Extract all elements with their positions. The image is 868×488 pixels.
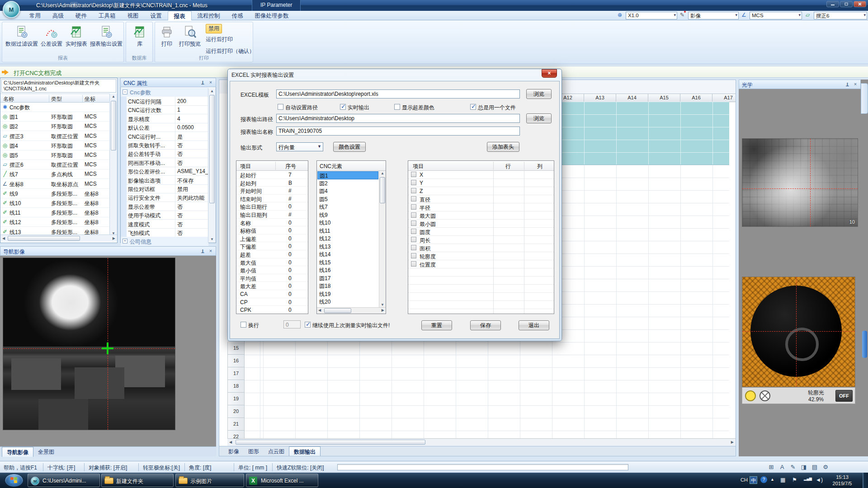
format-items-list[interactable]: 项目 序号 起始行7起始列B开始时间#结束时间#输出日期行0输出日期列#名称0标… bbox=[236, 160, 308, 314]
cnc-element-圆17[interactable]: 圆17 bbox=[317, 274, 378, 282]
ribbon-button-库[interactable]: 库 bbox=[130, 24, 150, 48]
property-group-cnc[interactable]: −Cnc参数 bbox=[121, 88, 208, 97]
file-table-vscrollbar[interactable]: ▲ ▼ bbox=[109, 94, 117, 237]
output-items-list[interactable]: 项目 行 列 XYZ直径半径最大圆最小圆圆度周长面积轮廓度位置度 bbox=[408, 160, 554, 314]
file-row-线9[interactable]: ✐线9多段矩形...坐标8 bbox=[0, 189, 110, 198]
taskbar-button-Microsoft Excel ...[interactable]: XMicrosoft Excel ... bbox=[246, 474, 318, 487]
dock-tab-全景图[interactable]: 全景图 bbox=[33, 447, 59, 457]
property-row-CNC运行时...[interactable]: CNC运行时...是 bbox=[121, 132, 208, 141]
cnc-list-hscrollbar[interactable]: ◀ ▶ bbox=[317, 307, 386, 314]
property-row-同画面不移动...[interactable]: 同画面不移动...否 bbox=[121, 158, 208, 167]
format-row-结束时间[interactable]: 结束时间# bbox=[236, 195, 308, 203]
output-item-周长[interactable]: 周长 bbox=[408, 236, 554, 244]
ribbon-menu-运行后打印[interactable]: 运行后打印 bbox=[206, 36, 233, 43]
cnc-element-圆18[interactable]: 圆18 bbox=[317, 282, 378, 290]
column-header-A16[interactable]: A16 bbox=[680, 94, 712, 102]
file-row-坐标8[interactable]: ∠坐标8取坐标原点MCS bbox=[0, 179, 110, 189]
output-item-checkbox[interactable] bbox=[411, 229, 416, 234]
property-row-限位对话框[interactable]: 限位对话框禁用 bbox=[121, 184, 208, 193]
pen-icon[interactable]: ✎ bbox=[788, 463, 797, 471]
reset-button[interactable]: 重置 bbox=[421, 320, 452, 330]
output-item-轮廓度[interactable]: 轮廓度 bbox=[408, 252, 554, 260]
format-row-标称值[interactable]: 标称值0 bbox=[236, 226, 308, 235]
column-header-A15[interactable]: A15 bbox=[648, 94, 680, 102]
cnc-element-线10[interactable]: 线10 bbox=[317, 219, 378, 227]
segment-light-icon[interactable] bbox=[760, 390, 770, 401]
close-panel-icon[interactable]: × bbox=[208, 80, 214, 86]
property-row-使用手动模式[interactable]: 使用手动模式否 bbox=[121, 211, 208, 220]
format-row-最小值[interactable]: 最小值0 bbox=[236, 266, 308, 274]
file-row-摆正3[interactable]: ▱摆正3取摆正位置MCS bbox=[0, 131, 110, 141]
taskbar-button-示例图片[interactable]: 示例图片 bbox=[175, 474, 244, 487]
checkbox-总是用一个文件[interactable] bbox=[470, 104, 476, 110]
list-icon[interactable]: ▤ bbox=[810, 463, 819, 471]
gear-icon[interactable]: ⚙ bbox=[821, 463, 830, 471]
tray-icon-2[interactable]: ▂▄▆ bbox=[804, 477, 812, 481]
color-settings-button[interactable]: 颜色设置 bbox=[333, 142, 366, 152]
file-table-hscrollbar[interactable]: ◀ ▶ bbox=[0, 235, 117, 242]
cnc-elements-list[interactable]: CNC元素 圆1圆2圆4圆5线7线9线10线11线12线13线14线15线16圆… bbox=[316, 160, 386, 314]
sheet-tab-数据输出[interactable]: 数据输出 bbox=[289, 446, 321, 456]
property-row-超公差转手动[interactable]: 超公差转手动否 bbox=[121, 149, 208, 158]
grid-icon[interactable]: ⊞ bbox=[767, 463, 776, 471]
taskbar-clock[interactable]: 15:132019/7/5 bbox=[826, 474, 858, 487]
save-button[interactable]: 保存 bbox=[470, 320, 501, 330]
property-row-CNC运行间隔[interactable]: CNC运行间隔200 bbox=[121, 97, 208, 106]
row-header-17[interactable]: 17 bbox=[227, 367, 245, 380]
ribbon-button-数据过滤设置[interactable]: 数据过滤设置 bbox=[4, 24, 39, 48]
template-browse-button[interactable]: 浏览 bbox=[526, 89, 552, 99]
app-logo-icon[interactable]: M bbox=[3, 1, 20, 18]
close-panel-icon[interactable]: × bbox=[852, 81, 859, 88]
menu-tab-设置[interactable]: 设置 bbox=[145, 11, 168, 20]
ribbon-button-实时报表[interactable]: 实时报表 bbox=[64, 24, 89, 48]
output-item-checkbox[interactable] bbox=[411, 253, 416, 258]
cnc-element-圆5[interactable]: 圆5 bbox=[317, 195, 378, 203]
zoom-scale-combo[interactable]: X1.0▾ bbox=[626, 12, 677, 19]
property-row-飞拍模式[interactable]: 飞拍模式否 bbox=[121, 228, 208, 237]
property-row-形位公差评价...[interactable]: 形位公差评价...ASME_Y14_5 bbox=[121, 167, 208, 176]
property-row-抓取失败转手...[interactable]: 抓取失败转手...否 bbox=[121, 141, 208, 150]
start-button[interactable] bbox=[5, 474, 24, 487]
output-item-直径[interactable]: 直径 bbox=[408, 195, 554, 203]
minimize-button[interactable] bbox=[826, 1, 839, 7]
file-table-header[interactable]: 名称 类型 坐标 bbox=[0, 94, 110, 103]
dock-tab-导航影像[interactable]: 导航影像 bbox=[2, 447, 33, 457]
output-path-browse-button[interactable]: 浏览 bbox=[526, 113, 552, 123]
property-row-显示精度[interactable]: 显示精度4 bbox=[121, 114, 208, 123]
format-row-平均值[interactable]: 平均值0 bbox=[236, 274, 308, 282]
output-format-select[interactable]: 行向量▼ bbox=[276, 142, 323, 151]
file-row-线12[interactable]: ✐线12多段矩形...坐标8 bbox=[0, 217, 110, 227]
ime-mode-icon[interactable]: 中 bbox=[750, 476, 757, 484]
column-header-A14[interactable]: A14 bbox=[616, 94, 648, 102]
format-row-名称[interactable]: 名称0 bbox=[236, 219, 308, 227]
close-panel-icon[interactable]: × bbox=[208, 248, 214, 254]
file-row-线7[interactable]: ╱线7多点构线MCS bbox=[0, 169, 110, 179]
ribbon-menu-运行后打印（确认）[interactable]: 运行后打印（确认） bbox=[206, 47, 255, 55]
dialog-close-button[interactable]: × bbox=[542, 69, 557, 78]
file-row-摆正6[interactable]: ▱摆正6取摆正位置MCS bbox=[0, 160, 110, 169]
menu-tab-流程控制[interactable]: 流程控制 bbox=[192, 11, 226, 20]
alignment-combo[interactable]: 摆正6▾ bbox=[814, 12, 867, 19]
file-row-圆2[interactable]: ◎圆2环形取圆MCS bbox=[0, 122, 110, 131]
property-group-company[interactable]: +公司信息 bbox=[121, 237, 208, 246]
wrap-count-input[interactable]: 0 bbox=[283, 320, 301, 328]
output-item-Y[interactable]: Y bbox=[408, 179, 554, 187]
row-header-21[interactable]: 21 bbox=[227, 418, 245, 431]
file-row-Cnc参数[interactable]: ✱Cnc参数 bbox=[0, 103, 110, 112]
output-item-checkbox[interactable] bbox=[411, 221, 416, 226]
file-row-圆1[interactable]: ◎圆1环形取圆MCS bbox=[0, 112, 110, 122]
format-row-输出日期行[interactable]: 输出日期行0 bbox=[236, 202, 308, 211]
spreadsheet-hscrollbar[interactable]: ◀ ▶ bbox=[227, 438, 736, 446]
camera-live-view[interactable] bbox=[742, 277, 855, 387]
output-item-最大圆[interactable]: 最大圆 bbox=[408, 211, 554, 220]
cnc-element-线16[interactable]: 线16 bbox=[317, 266, 378, 274]
property-row-CNC运行次数[interactable]: CNC运行次数1 bbox=[121, 105, 208, 114]
wrap-checkbox[interactable] bbox=[241, 322, 246, 328]
pin-icon[interactable]: T bbox=[199, 80, 206, 86]
cnc-element-线9[interactable]: 线9 bbox=[317, 211, 378, 219]
cnc-element-线11[interactable]: 线11 bbox=[317, 227, 378, 235]
output-item-checkbox[interactable] bbox=[411, 188, 416, 193]
exit-button[interactable]: 退出 bbox=[519, 320, 549, 330]
text-icon[interactable]: A bbox=[778, 463, 787, 471]
collapsed-panel-tab[interactable] bbox=[861, 83, 868, 114]
